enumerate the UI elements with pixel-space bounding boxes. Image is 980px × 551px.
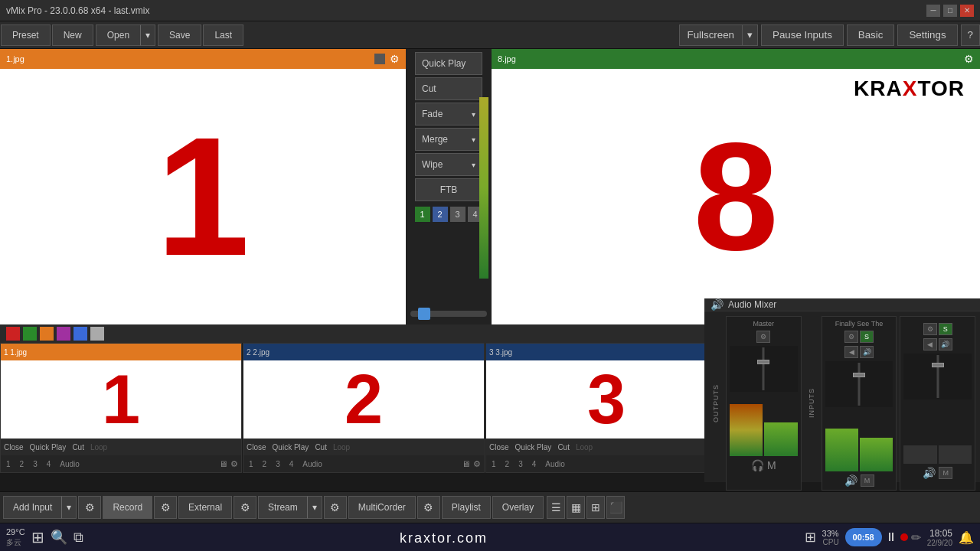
pause-inputs-button[interactable]: Pause Inputs: [761, 24, 844, 46]
thumb-2-canvas[interactable]: 2: [243, 360, 484, 439]
last-button[interactable]: Last: [203, 24, 243, 46]
thumb-3-close[interactable]: Close: [489, 443, 509, 452]
overlay-button[interactable]: Overlay: [492, 496, 544, 519]
channel-2-speaker-icon[interactable]: 🔊: [923, 467, 936, 479]
pencil-icon[interactable]: ✏: [911, 530, 921, 545]
thumb-1-quickplay[interactable]: Quick Play: [30, 443, 67, 452]
settings-icon[interactable]: ⚙: [390, 53, 400, 65]
color-orange-icon[interactable]: [359, 54, 370, 64]
thumb-2-monitor-icon[interactable]: 🖥: [462, 459, 470, 469]
toolbar-gear-4[interactable]: ⚙: [324, 496, 347, 519]
merge-button[interactable]: Merge ▾: [415, 128, 482, 151]
fullscreen-button[interactable]: Fullscreen: [679, 24, 743, 46]
help-button[interactable]: ?: [961, 24, 980, 46]
color-gray[interactable]: [90, 327, 104, 341]
fullscreen-dropdown[interactable]: ▾: [743, 24, 758, 46]
left-preview-canvas[interactable]: 1: [0, 69, 406, 324]
wipe-button[interactable]: Wipe ▾: [415, 153, 482, 176]
search-icon[interactable]: 🔍: [51, 529, 67, 546]
thumb-1-canvas[interactable]: 1: [1, 360, 241, 439]
channel-2-m-btn[interactable]: M: [939, 467, 952, 479]
color-blue[interactable]: [74, 327, 87, 341]
thumb-3-canvas[interactable]: 3: [486, 360, 727, 439]
right-preview-canvas[interactable]: KRAXTOR 8: [492, 69, 980, 324]
thumb-1-cut[interactable]: Cut: [72, 443, 84, 452]
timer-display[interactable]: 00:58: [845, 528, 882, 546]
thumb-2-sub-1[interactable]: 1: [247, 459, 256, 469]
external-button[interactable]: External: [178, 496, 232, 519]
channel-2-fader-knob[interactable]: [932, 363, 944, 367]
cut-button[interactable]: Cut: [415, 77, 482, 100]
channel-m-btn[interactable]: M: [861, 474, 874, 487]
overlay-bar-icon[interactable]: ▦: [567, 496, 585, 519]
color-purple[interactable]: [57, 327, 70, 341]
thumb-1-sub-3[interactable]: 3: [31, 459, 40, 469]
channel-2-prev-btn[interactable]: ◀: [923, 338, 937, 350]
thumb-3-sub-3[interactable]: 3: [516, 459, 525, 469]
settings-button[interactable]: Settings: [897, 24, 957, 46]
toolbar-gear-1[interactable]: ⚙: [78, 496, 101, 519]
record-button[interactable]: Record: [103, 496, 152, 519]
close-button[interactable]: ✕: [960, 5, 974, 17]
color-orange[interactable]: [40, 327, 54, 341]
channel-speaker-btn[interactable]: 🔊: [860, 346, 874, 358]
thumb-3-loop[interactable]: Loop: [576, 443, 593, 452]
save-button[interactable]: Save: [158, 24, 201, 46]
thumb-1-sub-2[interactable]: 2: [18, 459, 27, 469]
thumb-3-quickplay[interactable]: Quick Play: [515, 443, 552, 452]
stream-dropdown[interactable]: ▾: [307, 496, 322, 519]
thumb-3-cut[interactable]: Cut: [557, 443, 570, 452]
color-red[interactable]: [6, 327, 20, 341]
thumb-2-close[interactable]: Close: [247, 443, 266, 452]
t-bar-track[interactable]: [410, 311, 487, 317]
color-gray-icon[interactable]: [374, 54, 385, 64]
thumb-1-sub-1[interactable]: 1: [4, 459, 13, 469]
taskview-icon[interactable]: ⧉: [74, 530, 83, 546]
multicorder-button[interactable]: MultiCorder: [348, 496, 416, 519]
channel-s-btn[interactable]: S: [860, 331, 874, 343]
fade-button[interactable]: Fade ▾: [415, 103, 482, 126]
channel-eq-btn[interactable]: ⚙: [844, 331, 858, 343]
stream-button[interactable]: Stream: [258, 496, 307, 519]
thumb-1-close[interactable]: Close: [4, 443, 24, 452]
thumb-2-cut[interactable]: Cut: [315, 443, 327, 452]
thumb-2-audio[interactable]: Audio: [300, 459, 325, 469]
thumb-3-sub-2[interactable]: 2: [503, 459, 512, 469]
color-green[interactable]: [23, 327, 37, 341]
pause-icon[interactable]: ⏸: [885, 530, 897, 544]
thumb-2-loop[interactable]: Loop: [333, 443, 350, 452]
add-input-dropdown[interactable]: ▾: [61, 496, 77, 519]
thumb-3-audio[interactable]: Audio: [543, 459, 567, 469]
start-icon[interactable]: ⊞: [31, 528, 44, 546]
master-eq-btn[interactable]: ⚙: [756, 331, 770, 343]
mute-icon[interactable]: M: [767, 459, 776, 471]
new-button[interactable]: New: [52, 24, 93, 46]
toolbar-gear-3[interactable]: ⚙: [234, 496, 256, 519]
open-dropdown[interactable]: ▾: [140, 24, 155, 46]
channel-fader-knob[interactable]: [853, 373, 865, 377]
minimize-button[interactable]: ─: [926, 5, 940, 17]
thumb-1-loop[interactable]: Loop: [90, 443, 107, 452]
toolbar-gear-5[interactable]: ⚙: [417, 496, 440, 519]
thumb-3-sub-4[interactable]: 4: [530, 459, 539, 469]
notification-icon[interactable]: 🔔: [959, 530, 974, 545]
toolbar-gear-2[interactable]: ⚙: [154, 496, 177, 519]
thumb-1-gear-icon[interactable]: ⚙: [230, 459, 238, 469]
headphone-icon[interactable]: 🎧: [751, 459, 764, 471]
master-fader-knob[interactable]: [757, 360, 769, 364]
channel-2-s-btn[interactable]: S: [939, 323, 952, 335]
channel-2-speaker-btn[interactable]: 🔊: [939, 338, 952, 350]
thumb-2-sub-2[interactable]: 2: [260, 459, 270, 469]
preset-menu[interactable]: Preset: [1, 24, 51, 46]
trans-num-3[interactable]: 3: [450, 207, 466, 222]
trans-num-1[interactable]: 1: [415, 207, 430, 222]
right-settings-icon[interactable]: ⚙: [964, 53, 974, 65]
overlay-grid-icon[interactable]: ⊞: [586, 496, 605, 519]
quick-play-button[interactable]: Quick Play: [415, 52, 482, 75]
add-input-button[interactable]: Add Input: [3, 496, 61, 519]
channel-2-eq-btn[interactable]: ⚙: [923, 323, 937, 335]
trans-num-2[interactable]: 2: [433, 207, 448, 222]
overlay-list-icon[interactable]: ☰: [547, 496, 565, 519]
channel-prev-btn[interactable]: ◀: [844, 346, 858, 358]
thumb-1-monitor-icon[interactable]: 🖥: [219, 459, 227, 469]
